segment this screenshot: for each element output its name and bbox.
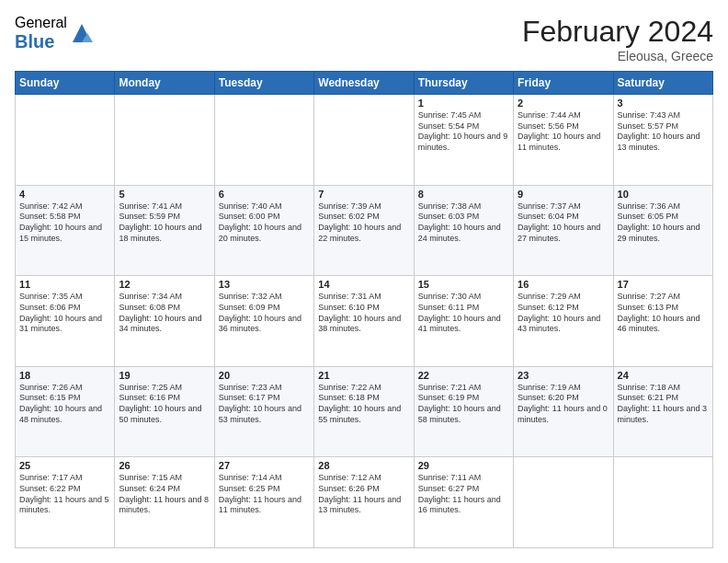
- day-cell: 17Sunrise: 7:27 AM Sunset: 6:13 PM Dayli…: [613, 276, 712, 367]
- day-number: 7: [318, 189, 409, 200]
- day-info: Sunrise: 7:23 AM Sunset: 6:17 PM Dayligh…: [219, 383, 310, 426]
- day-info: Sunrise: 7:15 AM Sunset: 6:24 PM Dayligh…: [119, 473, 210, 516]
- day-info: Sunrise: 7:39 AM Sunset: 6:02 PM Dayligh…: [318, 201, 409, 245]
- day-number: 29: [418, 460, 509, 471]
- day-number: 13: [219, 279, 310, 290]
- day-cell: [16, 95, 115, 186]
- day-number: 5: [119, 189, 210, 200]
- week-row-4: 25Sunrise: 7:17 AM Sunset: 6:22 PM Dayli…: [16, 457, 713, 548]
- day-number: 21: [318, 370, 409, 381]
- day-cell: 22Sunrise: 7:21 AM Sunset: 6:19 PM Dayli…: [414, 366, 513, 457]
- day-cell: 28Sunrise: 7:12 AM Sunset: 6:26 PM Dayli…: [314, 457, 414, 548]
- day-number: 6: [219, 189, 310, 200]
- day-info: Sunrise: 7:19 AM Sunset: 6:20 PM Dayligh…: [518, 383, 609, 426]
- day-cell: 3Sunrise: 7:43 AM Sunset: 5:57 PM Daylig…: [613, 95, 712, 186]
- day-number: 9: [518, 189, 609, 200]
- day-number: 4: [19, 189, 110, 200]
- day-number: 15: [418, 279, 509, 290]
- day-cell: 29Sunrise: 7:11 AM Sunset: 6:27 PM Dayli…: [414, 457, 513, 548]
- day-cell: 14Sunrise: 7:31 AM Sunset: 6:10 PM Dayli…: [314, 276, 414, 367]
- day-header-sunday: Sunday: [16, 72, 115, 95]
- day-header-wednesday: Wednesday: [314, 72, 414, 95]
- day-info: Sunrise: 7:32 AM Sunset: 6:09 PM Dayligh…: [219, 292, 310, 335]
- day-cell: 21Sunrise: 7:22 AM Sunset: 6:18 PM Dayli…: [314, 366, 414, 457]
- week-row-1: 4Sunrise: 7:42 AM Sunset: 5:58 PM Daylig…: [16, 185, 713, 276]
- day-number: 11: [19, 279, 110, 290]
- day-info: Sunrise: 7:35 AM Sunset: 6:06 PM Dayligh…: [19, 292, 110, 335]
- day-info: Sunrise: 7:27 AM Sunset: 6:13 PM Dayligh…: [618, 292, 709, 335]
- day-number: 28: [318, 460, 409, 471]
- day-info: Sunrise: 7:22 AM Sunset: 6:18 PM Dayligh…: [318, 383, 409, 426]
- day-header-monday: Monday: [115, 72, 214, 95]
- day-cell: 25Sunrise: 7:17 AM Sunset: 6:22 PM Dayli…: [16, 457, 115, 548]
- day-cell: [314, 95, 414, 186]
- day-cell: 7Sunrise: 7:39 AM Sunset: 6:02 PM Daylig…: [314, 185, 414, 276]
- day-cell: 4Sunrise: 7:42 AM Sunset: 5:58 PM Daylig…: [16, 185, 115, 276]
- day-info: Sunrise: 7:18 AM Sunset: 6:21 PM Dayligh…: [618, 383, 709, 426]
- day-number: 17: [618, 279, 709, 290]
- logo-general: General: [15, 15, 67, 31]
- day-cell: [514, 457, 613, 548]
- logo-text: General Blue: [15, 15, 67, 52]
- header: General Blue February 2024 Eleousa, Gree…: [15, 15, 713, 63]
- day-number: 8: [418, 189, 509, 200]
- day-number: 25: [19, 460, 110, 471]
- header-row: SundayMondayTuesdayWednesdayThursdayFrid…: [16, 72, 713, 95]
- day-info: Sunrise: 7:31 AM Sunset: 6:10 PM Dayligh…: [318, 292, 409, 335]
- day-info: Sunrise: 7:40 AM Sunset: 6:00 PM Dayligh…: [219, 201, 310, 245]
- day-info: Sunrise: 7:43 AM Sunset: 5:57 PM Dayligh…: [618, 110, 709, 154]
- day-number: 23: [518, 370, 609, 381]
- day-header-thursday: Thursday: [414, 72, 513, 95]
- day-cell: 1Sunrise: 7:45 AM Sunset: 5:54 PM Daylig…: [414, 95, 513, 186]
- day-cell: 15Sunrise: 7:30 AM Sunset: 6:11 PM Dayli…: [414, 276, 513, 367]
- day-info: Sunrise: 7:12 AM Sunset: 6:26 PM Dayligh…: [318, 473, 409, 516]
- day-number: 3: [618, 98, 709, 109]
- day-number: 22: [418, 370, 509, 381]
- day-cell: 18Sunrise: 7:26 AM Sunset: 6:15 PM Dayli…: [16, 366, 115, 457]
- day-number: 12: [119, 279, 210, 290]
- day-cell: 24Sunrise: 7:18 AM Sunset: 6:21 PM Dayli…: [613, 366, 712, 457]
- day-header-tuesday: Tuesday: [214, 72, 313, 95]
- day-info: Sunrise: 7:44 AM Sunset: 5:56 PM Dayligh…: [518, 110, 609, 154]
- day-cell: 10Sunrise: 7:36 AM Sunset: 6:05 PM Dayli…: [613, 185, 712, 276]
- day-info: Sunrise: 7:17 AM Sunset: 6:22 PM Dayligh…: [19, 473, 110, 516]
- day-info: Sunrise: 7:25 AM Sunset: 6:16 PM Dayligh…: [119, 383, 210, 426]
- day-cell: 23Sunrise: 7:19 AM Sunset: 6:20 PM Dayli…: [514, 366, 613, 457]
- day-info: Sunrise: 7:34 AM Sunset: 6:08 PM Dayligh…: [119, 292, 210, 335]
- day-cell: 9Sunrise: 7:37 AM Sunset: 6:04 PM Daylig…: [514, 185, 613, 276]
- day-cell: 19Sunrise: 7:25 AM Sunset: 6:16 PM Dayli…: [115, 366, 214, 457]
- day-info: Sunrise: 7:45 AM Sunset: 5:54 PM Dayligh…: [418, 110, 509, 154]
- day-cell: [214, 95, 313, 186]
- calendar-title: February 2024: [522, 15, 713, 49]
- day-number: 2: [518, 98, 609, 109]
- day-cell: [613, 457, 712, 548]
- day-info: Sunrise: 7:36 AM Sunset: 6:05 PM Dayligh…: [618, 201, 709, 245]
- day-cell: 11Sunrise: 7:35 AM Sunset: 6:06 PM Dayli…: [16, 276, 115, 367]
- day-cell: 13Sunrise: 7:32 AM Sunset: 6:09 PM Dayli…: [214, 276, 313, 367]
- logo: General Blue: [15, 15, 95, 52]
- week-row-2: 11Sunrise: 7:35 AM Sunset: 6:06 PM Dayli…: [16, 276, 713, 367]
- day-number: 14: [318, 279, 409, 290]
- day-info: Sunrise: 7:21 AM Sunset: 6:19 PM Dayligh…: [418, 383, 509, 426]
- day-cell: 20Sunrise: 7:23 AM Sunset: 6:17 PM Dayli…: [214, 366, 313, 457]
- day-number: 19: [119, 370, 210, 381]
- day-cell: 6Sunrise: 7:40 AM Sunset: 6:00 PM Daylig…: [214, 185, 313, 276]
- day-number: 1: [418, 98, 509, 109]
- week-row-3: 18Sunrise: 7:26 AM Sunset: 6:15 PM Dayli…: [16, 366, 713, 457]
- day-info: Sunrise: 7:29 AM Sunset: 6:12 PM Dayligh…: [518, 292, 609, 335]
- day-cell: 2Sunrise: 7:44 AM Sunset: 5:56 PM Daylig…: [514, 95, 613, 186]
- page: General Blue February 2024 Eleousa, Gree…: [0, 0, 728, 563]
- calendar-table: SundayMondayTuesdayWednesdayThursdayFrid…: [15, 71, 713, 548]
- day-cell: [115, 95, 214, 186]
- day-cell: 26Sunrise: 7:15 AM Sunset: 6:24 PM Dayli…: [115, 457, 214, 548]
- day-cell: 27Sunrise: 7:14 AM Sunset: 6:25 PM Dayli…: [214, 457, 313, 548]
- logo-blue: Blue: [15, 31, 67, 52]
- day-number: 20: [219, 370, 310, 381]
- day-info: Sunrise: 7:30 AM Sunset: 6:11 PM Dayligh…: [418, 292, 509, 335]
- day-info: Sunrise: 7:14 AM Sunset: 6:25 PM Dayligh…: [219, 473, 310, 516]
- day-info: Sunrise: 7:42 AM Sunset: 5:58 PM Dayligh…: [19, 201, 110, 245]
- day-number: 27: [219, 460, 310, 471]
- day-info: Sunrise: 7:37 AM Sunset: 6:04 PM Dayligh…: [518, 201, 609, 245]
- day-cell: 8Sunrise: 7:38 AM Sunset: 6:03 PM Daylig…: [414, 185, 513, 276]
- day-cell: 12Sunrise: 7:34 AM Sunset: 6:08 PM Dayli…: [115, 276, 214, 367]
